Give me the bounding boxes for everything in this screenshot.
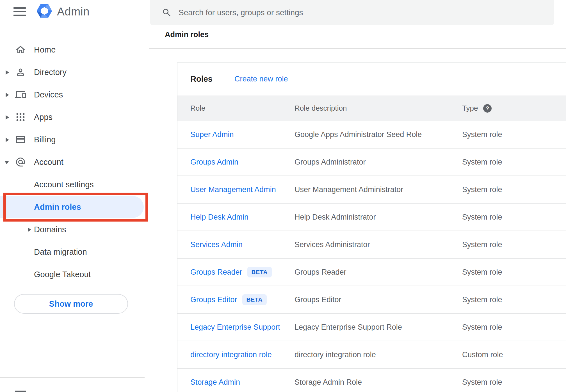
role-cell: Super Admin xyxy=(190,121,234,148)
role-description: User Management Administrator xyxy=(295,176,403,203)
sidebar-item-data-migration[interactable]: Data migration xyxy=(0,241,149,263)
role-description: Groups Editor xyxy=(295,286,341,313)
column-header-description: Role description xyxy=(295,95,347,121)
sidebar-item-label: Data migration xyxy=(34,241,87,263)
role-cell: Legacy Enterprise Support xyxy=(190,314,280,341)
table-row: Super Admin Google Apps Administrator Se… xyxy=(177,121,566,149)
clipped-bottom-icon xyxy=(15,391,26,392)
sidebar-item-label: Devices xyxy=(34,83,63,106)
role-cell: Services Admin xyxy=(190,231,243,258)
create-new-role-link[interactable]: Create new role xyxy=(234,63,288,95)
credit-card-icon xyxy=(15,134,26,145)
sidebar-bottom-divider xyxy=(0,377,145,378)
table-row: Storage Admin Storage Admin Role System … xyxy=(177,369,566,392)
role-type: System role xyxy=(462,369,502,392)
sidebar: Admin Home Directory D xyxy=(0,0,149,392)
help-icon[interactable]: ? xyxy=(483,104,492,113)
sidebar-item-admin-roles[interactable]: Admin roles xyxy=(0,196,149,218)
role-type: Custom role xyxy=(462,341,503,368)
apps-grid-icon xyxy=(15,112,26,122)
sidebar-item-account[interactable]: Account xyxy=(0,151,149,173)
chevron-down-icon xyxy=(4,161,9,164)
roles-table-body: Super Admin Google Apps Administrator Se… xyxy=(177,121,566,392)
role-description: Groups Reader xyxy=(295,259,346,286)
search-bar xyxy=(150,0,554,25)
role-description: directory integration role xyxy=(295,341,376,368)
table-row: directory integration role directory int… xyxy=(177,341,566,369)
sidebar-nav: Home Directory Devices xyxy=(0,38,149,286)
role-type: System role xyxy=(462,149,502,176)
chevron-right-icon xyxy=(6,70,9,75)
table-row: Groups Editor BETA Groups Editor System … xyxy=(177,286,566,314)
role-cell: directory integration role xyxy=(190,341,272,368)
role-type: System role xyxy=(462,176,502,203)
role-description: Groups Administrator xyxy=(295,149,366,176)
table-header-row: Role Role description Type ? xyxy=(177,95,566,121)
sidebar-item-label: Billing xyxy=(34,128,56,151)
role-cell: Groups Editor BETA xyxy=(190,286,267,313)
person-icon xyxy=(15,67,26,78)
sidebar-item-label: Admin roles xyxy=(34,196,81,218)
role-link[interactable]: Storage Admin xyxy=(190,378,240,387)
sidebar-item-home[interactable]: Home xyxy=(0,38,149,61)
sidebar-item-devices[interactable]: Devices xyxy=(0,83,149,106)
show-more-button[interactable]: Show more xyxy=(14,294,128,314)
role-link[interactable]: Legacy Enterprise Support xyxy=(190,323,280,332)
role-cell: Help Desk Admin xyxy=(190,204,248,231)
sidebar-item-account-settings[interactable]: Account settings xyxy=(0,173,149,196)
google-admin-console: Admin Home Directory D xyxy=(0,0,566,392)
table-row: Services Admin Services Administrator Sy… xyxy=(177,231,566,259)
beta-badge: BETA xyxy=(242,294,267,305)
admin-logo: Admin xyxy=(36,3,90,20)
column-header-type: Type xyxy=(462,95,478,121)
role-type: System role xyxy=(462,121,502,148)
chevron-right-icon xyxy=(6,115,9,120)
role-type: System role xyxy=(462,286,502,313)
role-description: Google Apps Administrator Seed Role xyxy=(295,121,422,148)
role-cell: Groups Admin xyxy=(190,149,238,176)
admin-hexagon-logo-icon xyxy=(36,2,53,21)
role-link[interactable]: Groups Editor xyxy=(190,295,237,304)
roles-card-header: Roles Create new role xyxy=(177,63,566,95)
devices-icon xyxy=(15,89,26,100)
role-link[interactable]: Services Admin xyxy=(190,240,243,249)
sidebar-item-google-takeout[interactable]: Google Takeout xyxy=(0,263,149,286)
role-description: Services Administrator xyxy=(295,231,370,258)
sidebar-item-domains[interactable]: Domains xyxy=(0,218,149,241)
sidebar-item-label: Account xyxy=(34,151,63,173)
sidebar-item-directory[interactable]: Directory xyxy=(0,61,149,83)
chevron-right-icon xyxy=(6,138,9,142)
header-divider xyxy=(149,48,566,49)
role-link[interactable]: Groups Admin xyxy=(190,158,238,167)
hamburger-menu-icon[interactable] xyxy=(13,7,26,16)
table-row: Legacy Enterprise Support Legacy Enterpr… xyxy=(177,314,566,341)
role-cell: Groups Reader BETA xyxy=(190,259,272,286)
table-row: Help Desk Admin Help Desk Administrator … xyxy=(177,204,566,231)
home-icon xyxy=(15,44,26,55)
sidebar-item-label: Directory xyxy=(34,61,67,83)
sidebar-item-label: Google Takeout xyxy=(34,263,91,286)
role-link[interactable]: directory integration role xyxy=(190,350,272,359)
roles-card: Roles Create new role Role Role descript… xyxy=(177,62,566,392)
role-description: Help Desk Administrator xyxy=(295,204,376,231)
logo-text: Admin xyxy=(57,5,90,18)
sidebar-item-label: Home xyxy=(34,38,56,61)
role-type: System role xyxy=(462,231,502,258)
role-type: System role xyxy=(462,259,502,286)
role-cell: User Management Admin xyxy=(190,176,276,203)
sidebar-item-label: Account settings xyxy=(34,173,94,196)
sidebar-item-apps[interactable]: Apps xyxy=(0,106,149,128)
role-link[interactable]: Groups Reader xyxy=(190,268,242,277)
role-link[interactable]: User Management Admin xyxy=(190,185,276,194)
search-icon xyxy=(162,8,172,18)
breadcrumb: Admin roles xyxy=(165,30,209,39)
role-link[interactable]: Super Admin xyxy=(190,130,234,139)
sidebar-item-billing[interactable]: Billing xyxy=(0,128,149,151)
table-row: User Management Admin User Management Ad… xyxy=(177,176,566,204)
table-row: Groups Admin Groups Administrator System… xyxy=(177,149,566,176)
search-input[interactable] xyxy=(178,8,546,17)
role-cell: Storage Admin xyxy=(190,369,240,392)
role-link[interactable]: Help Desk Admin xyxy=(190,213,248,222)
beta-badge: BETA xyxy=(247,267,272,277)
role-description: Legacy Enterprise Support Role xyxy=(295,314,402,341)
